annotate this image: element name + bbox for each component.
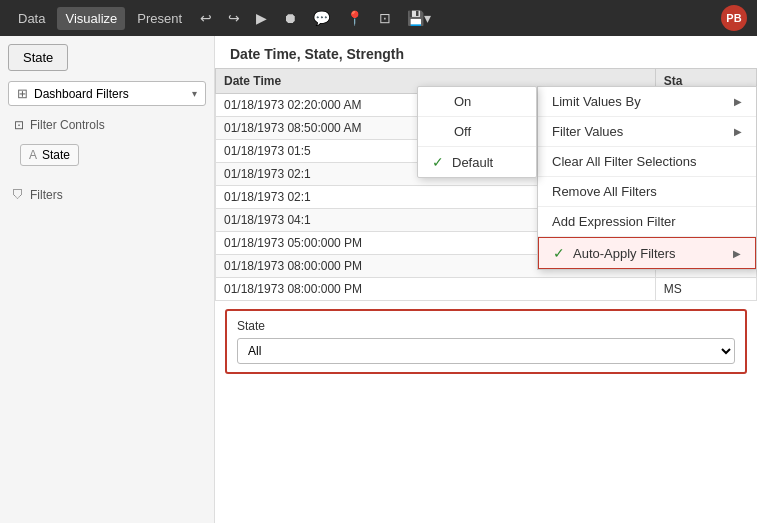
state-badge-label: State xyxy=(42,148,70,162)
filter-controls-bar: ⊡ Filter Controls xyxy=(8,114,206,136)
grid-icon: ⊞ xyxy=(17,86,28,101)
redo-button[interactable] xyxy=(222,6,246,30)
auto-apply-menu-item[interactable]: ✓ Auto-Apply Filters ▶ xyxy=(538,237,756,269)
text-icon: A xyxy=(29,148,37,162)
chevron-down-icon: ▾ xyxy=(192,88,197,99)
avatar[interactable]: PB xyxy=(721,5,747,31)
dashboard-filters-label: Dashboard Filters xyxy=(34,87,192,101)
auto-apply-arrow-icon: ▶ xyxy=(733,248,741,259)
state-filter-select[interactable]: All xyxy=(237,338,735,364)
filter-controls-label: Filter Controls xyxy=(30,118,105,132)
table-row: 01/18/1973 08:00:000 PMMS xyxy=(216,278,757,301)
off-label: Off xyxy=(454,124,471,139)
camera-icon xyxy=(283,10,297,26)
record-button[interactable] xyxy=(277,6,303,30)
filters-label: Filters xyxy=(30,188,63,202)
default-option[interactable]: ✓ Default xyxy=(418,147,536,177)
state-cell: MS xyxy=(655,278,756,301)
state-badge[interactable]: A State xyxy=(20,144,79,166)
arrow-right-icon: ▶ xyxy=(734,96,742,107)
dashboard-filters-bar[interactable]: ⊞ Dashboard Filters ▾ xyxy=(8,81,206,106)
check-icon: ✓ xyxy=(553,245,565,261)
undo-icon xyxy=(200,10,212,26)
play-button[interactable] xyxy=(250,6,273,30)
clear-filters-label: Clear All Filter Selections xyxy=(552,154,697,169)
redo-icon xyxy=(228,10,240,26)
save-button[interactable]: 💾▾ xyxy=(401,6,437,30)
off-option[interactable]: Off xyxy=(418,117,536,147)
bottom-filter-panel: State All xyxy=(225,309,747,374)
filter-funnel-icon: ⛉ xyxy=(12,188,24,202)
remove-filters-label: Remove All Filters xyxy=(552,184,657,199)
main-area: State ⊞ Dashboard Filters ▾ ⊡ Filter Con… xyxy=(0,36,757,523)
auto-apply-label: Auto-Apply Filters xyxy=(573,246,676,261)
limit-values-menu-item[interactable]: Limit Values By ▶ xyxy=(538,87,756,117)
clear-filters-menu-item[interactable]: Clear All Filter Selections xyxy=(538,147,756,177)
filter-values-label: Filter Values xyxy=(552,124,623,139)
content-area: Date Time, State, Strength Date Time Sta… xyxy=(215,36,757,523)
filters-section: ⛉ Filters xyxy=(8,186,206,204)
frame-button[interactable]: ⊡ xyxy=(373,6,397,30)
default-label: Default xyxy=(452,155,493,170)
limit-values-label: Limit Values By xyxy=(552,94,641,109)
chart-title: Date Time, State, Strength xyxy=(215,36,757,68)
dropdown-menu: Limit Values By ▶ Filter Values ▶ Clear … xyxy=(537,86,757,270)
filter-values-menu-item[interactable]: Filter Values ▶ xyxy=(538,117,756,147)
bottom-filter-label: State xyxy=(237,319,735,333)
add-expression-menu-item[interactable]: Add Expression Filter xyxy=(538,207,756,237)
state-tab[interactable]: State xyxy=(8,44,68,71)
comment-button[interactable]: 💬 xyxy=(307,6,336,30)
filter-controls-icon: ⊡ xyxy=(14,118,24,132)
auto-apply-sub-popup: On Off ✓ Default xyxy=(417,86,537,178)
visualize-tab-button[interactable]: Visualize xyxy=(57,7,125,30)
present-tab-button[interactable]: Present xyxy=(129,7,190,30)
add-expression-label: Add Expression Filter xyxy=(552,214,676,229)
toolbar: Data Visualize Present 💬 📍 ⊡ 💾▾ PB xyxy=(0,0,757,36)
on-option[interactable]: On xyxy=(418,87,536,117)
default-check-icon: ✓ xyxy=(432,154,444,170)
sidebar: State ⊞ Dashboard Filters ▾ ⊡ Filter Con… xyxy=(0,36,215,523)
data-tab-button[interactable]: Data xyxy=(10,7,53,30)
play-icon xyxy=(256,10,267,26)
undo-button[interactable] xyxy=(194,6,218,30)
date-cell: 01/18/1973 08:00:000 PM xyxy=(216,278,656,301)
remove-filters-menu-item[interactable]: Remove All Filters xyxy=(538,177,756,207)
arrow-right-icon-2: ▶ xyxy=(734,126,742,137)
pin-button[interactable]: 📍 xyxy=(340,6,369,30)
on-label: On xyxy=(454,94,471,109)
